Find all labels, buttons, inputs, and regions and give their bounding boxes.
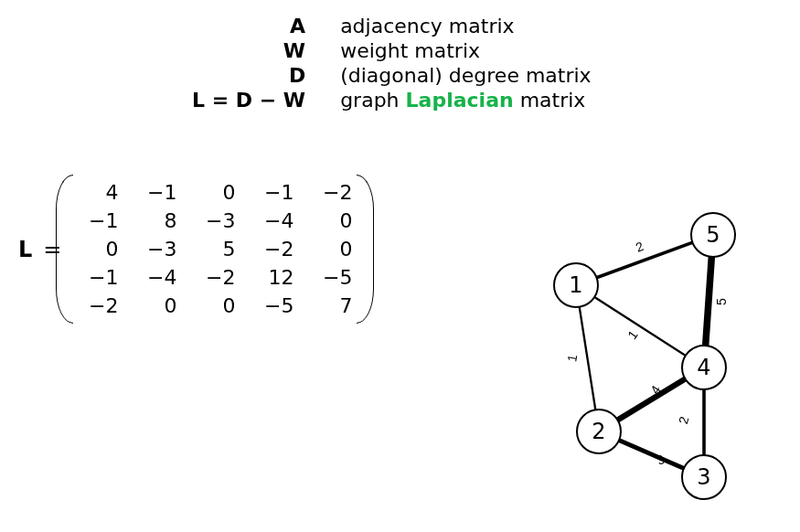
graph-node-label: 5 [706,222,720,248]
matrix-parenthesized: 4−10−1−2−18−3−400−35−20−1−4−212−5−200−57 [69,178,361,320]
matrix-cell: 0 [303,207,361,235]
symbol-W: W [283,39,305,62]
matrix-cell: −2 [186,263,244,292]
symbol-D: D [289,64,305,87]
symbol-D-in-eq: D [236,89,252,112]
graph-svg: 251142312345 [498,185,773,514]
matrix-cell: −3 [186,207,244,235]
desc-L-highlight: Laplacian [406,89,514,112]
matrix-table: 4−10−1−2−18−3−400−35−20−1−4−212−5−200−57 [69,178,361,320]
matrix-cell: −5 [244,292,303,320]
graph-node-label: 1 [569,272,582,298]
matrix-cell: 4 [69,178,127,207]
definitions-block: A W D L = D − W adjacency matrix weight … [192,15,592,112]
graph-node-label: 3 [697,464,710,490]
matrix-row: 4−10−1−2 [69,178,361,207]
matrix-cell: −5 [303,263,361,292]
desc-L: graph Laplacian matrix [340,89,591,112]
desc-L-prefix: graph [340,89,405,112]
matrix-cell: 0 [186,178,244,207]
matrix-cell: −1 [127,178,186,207]
symbol-A: A [290,15,305,37]
graph-node-3: 3 [682,455,726,499]
matrix-cell: 8 [127,207,186,235]
matrix-cell: 12 [244,263,303,292]
matrix-cell: 7 [303,292,361,320]
graph-diagram: 251142312345 [498,185,773,514]
matrix-cell: −2 [244,235,303,263]
eq-sign: = [212,89,229,112]
desc-W: weight matrix [340,39,591,62]
edge-weight-label: 2 [634,239,645,255]
definitions-text-column: adjacency matrix weight matrix (diagonal… [340,15,591,112]
matrix-label-L: L [18,237,32,262]
matrix-cell: −2 [69,292,127,320]
desc-D: (diagonal) degree matrix [340,64,591,87]
matrix-cell: −1 [244,178,303,207]
graph-node-2: 2 [577,410,621,453]
matrix-cell: 0 [303,235,361,263]
desc-L-suffix: matrix [514,89,586,112]
symbol-W-in-eq: W [283,89,305,112]
matrix-row: −18−3−40 [69,207,361,235]
matrix-cell: −4 [127,263,186,292]
edge-weight-label: 5 [714,298,729,305]
laplacian-matrix-block: L = 4−10−1−2−18−3−400−35−20−1−4−212−5−20… [18,178,361,320]
graph-node-5: 5 [691,213,735,257]
graph-node-label: 2 [592,419,605,444]
matrix-cell: −1 [69,263,127,292]
definition-L-equation: L = D − W [192,89,305,112]
symbol-L: L [192,89,205,112]
matrix-cell: −1 [69,207,127,235]
matrix-cell: 0 [186,292,244,320]
matrix-cell: 0 [69,235,127,263]
graph-node-1: 1 [554,263,598,307]
minus-sign: − [260,89,276,112]
matrix-cell: 0 [127,292,186,320]
desc-A: adjacency matrix [340,15,591,37]
edge-weight-label: 1 [564,353,580,363]
matrix-cell: 5 [186,235,244,263]
graph-node-label: 4 [697,355,710,380]
graph-node-4: 4 [682,346,726,389]
matrix-row: −1−4−212−5 [69,263,361,292]
definitions-symbols-column: A W D L = D − W [192,15,305,112]
matrix-cell: −3 [127,235,186,263]
matrix-row: −200−57 [69,292,361,320]
edge-weight-label: 2 [676,415,692,426]
matrix-cell: −4 [244,207,303,235]
edge-weight-label: 1 [624,327,641,342]
matrix-cell: −2 [303,178,361,207]
matrix-row: 0−35−20 [69,235,361,263]
